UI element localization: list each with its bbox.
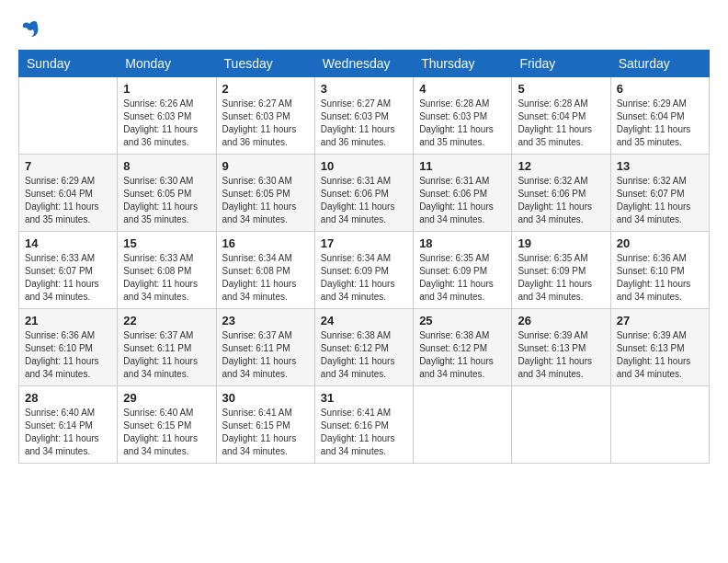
day-info: Sunrise: 6:41 AMSunset: 6:16 PMDaylight:… — [321, 407, 407, 458]
calendar-cell: 9Sunrise: 6:30 AMSunset: 6:05 PMDaylight… — [216, 155, 314, 232]
day-info: Sunrise: 6:38 AMSunset: 6:12 PMDaylight:… — [321, 329, 407, 381]
logo — [18, 18, 40, 40]
day-info: Sunrise: 6:27 AMSunset: 6:03 PMDaylight:… — [222, 98, 309, 149]
calendar-cell: 10Sunrise: 6:31 AMSunset: 6:06 PMDayligh… — [314, 155, 413, 232]
day-info: Sunrise: 6:28 AMSunset: 6:04 PMDaylight:… — [518, 98, 604, 149]
day-info: Sunrise: 6:27 AMSunset: 6:03 PMDaylight:… — [321, 98, 407, 149]
calendar-cell: 7Sunrise: 6:29 AMSunset: 6:04 PMDaylight… — [19, 155, 118, 232]
day-number: 15 — [123, 236, 210, 250]
calendar-cell — [610, 386, 709, 464]
day-number: 17 — [321, 236, 407, 250]
day-info: Sunrise: 6:35 AMSunset: 6:09 PMDaylight:… — [518, 252, 604, 304]
day-number: 18 — [419, 236, 506, 250]
weekday-header-sunday: Sunday — [19, 51, 118, 77]
day-number: 21 — [25, 314, 111, 327]
day-info: Sunrise: 6:37 AMSunset: 6:11 PMDaylight:… — [222, 329, 309, 381]
calendar-cell: 28Sunrise: 6:40 AMSunset: 6:14 PMDayligh… — [19, 386, 118, 464]
day-number: 5 — [518, 82, 604, 96]
day-info: Sunrise: 6:28 AMSunset: 6:03 PMDaylight:… — [419, 98, 506, 149]
day-info: Sunrise: 6:31 AMSunset: 6:06 PMDaylight:… — [321, 175, 407, 226]
day-number: 9 — [222, 159, 309, 173]
calendar-cell: 12Sunrise: 6:32 AMSunset: 6:06 PMDayligh… — [512, 155, 610, 232]
day-number: 19 — [518, 236, 604, 250]
calendar-cell: 19Sunrise: 6:35 AMSunset: 6:09 PMDayligh… — [512, 232, 610, 309]
day-number: 13 — [617, 159, 703, 173]
day-info: Sunrise: 6:31 AMSunset: 6:06 PMDaylight:… — [419, 175, 506, 226]
calendar-cell: 31Sunrise: 6:41 AMSunset: 6:16 PMDayligh… — [314, 386, 413, 464]
day-number: 31 — [321, 391, 407, 405]
calendar-cell: 17Sunrise: 6:34 AMSunset: 6:09 PMDayligh… — [314, 232, 413, 309]
calendar-cell: 5Sunrise: 6:28 AMSunset: 6:04 PMDaylight… — [512, 77, 610, 155]
weekday-header-row: SundayMondayTuesdayWednesdayThursdayFrid… — [19, 51, 710, 77]
logo-bird-icon — [20, 18, 40, 42]
day-info: Sunrise: 6:30 AMSunset: 6:05 PMDaylight:… — [222, 175, 309, 226]
day-number: 14 — [25, 236, 111, 250]
day-number: 27 — [617, 314, 703, 327]
day-info: Sunrise: 6:40 AMSunset: 6:14 PMDaylight:… — [25, 407, 111, 458]
weekday-header-thursday: Thursday — [414, 51, 512, 77]
day-info: Sunrise: 6:26 AMSunset: 6:03 PMDaylight:… — [123, 98, 210, 149]
calendar-week-row: 21Sunrise: 6:36 AMSunset: 6:10 PMDayligh… — [19, 309, 710, 386]
day-number: 10 — [321, 159, 407, 173]
day-info: Sunrise: 6:34 AMSunset: 6:09 PMDaylight:… — [321, 252, 407, 304]
calendar-cell: 29Sunrise: 6:40 AMSunset: 6:15 PMDayligh… — [118, 386, 216, 464]
day-number: 1 — [123, 82, 210, 96]
day-info: Sunrise: 6:29 AMSunset: 6:04 PMDaylight:… — [617, 98, 703, 149]
calendar-week-row: 14Sunrise: 6:33 AMSunset: 6:07 PMDayligh… — [19, 232, 710, 309]
calendar-cell: 26Sunrise: 6:39 AMSunset: 6:13 PMDayligh… — [512, 309, 610, 386]
day-number: 24 — [321, 314, 407, 327]
day-info: Sunrise: 6:41 AMSunset: 6:15 PMDaylight:… — [222, 407, 309, 458]
calendar-cell: 14Sunrise: 6:33 AMSunset: 6:07 PMDayligh… — [19, 232, 118, 309]
calendar-week-row: 1Sunrise: 6:26 AMSunset: 6:03 PMDaylight… — [19, 77, 710, 155]
calendar-cell: 25Sunrise: 6:38 AMSunset: 6:12 PMDayligh… — [414, 309, 512, 386]
weekday-header-saturday: Saturday — [610, 51, 709, 77]
calendar-cell: 13Sunrise: 6:32 AMSunset: 6:07 PMDayligh… — [610, 155, 709, 232]
weekday-header-wednesday: Wednesday — [314, 51, 413, 77]
day-info: Sunrise: 6:40 AMSunset: 6:15 PMDaylight:… — [123, 407, 210, 458]
day-number: 12 — [518, 159, 604, 173]
day-info: Sunrise: 6:29 AMSunset: 6:04 PMDaylight:… — [25, 175, 111, 226]
day-number: 30 — [222, 391, 309, 405]
day-number: 3 — [321, 82, 407, 96]
day-number: 6 — [617, 82, 703, 96]
day-info: Sunrise: 6:33 AMSunset: 6:08 PMDaylight:… — [123, 252, 210, 304]
calendar-cell: 16Sunrise: 6:34 AMSunset: 6:08 PMDayligh… — [216, 232, 314, 309]
day-info: Sunrise: 6:33 AMSunset: 6:07 PMDaylight:… — [25, 252, 111, 304]
calendar-cell: 27Sunrise: 6:39 AMSunset: 6:13 PMDayligh… — [610, 309, 709, 386]
day-number: 29 — [123, 391, 210, 405]
weekday-header-friday: Friday — [512, 51, 610, 77]
day-number: 4 — [419, 82, 506, 96]
day-number: 7 — [25, 159, 111, 173]
day-number: 28 — [25, 391, 111, 405]
day-number: 25 — [419, 314, 506, 327]
day-number: 11 — [419, 159, 506, 173]
day-info: Sunrise: 6:32 AMSunset: 6:07 PMDaylight:… — [617, 175, 703, 226]
day-number: 16 — [222, 236, 309, 250]
day-info: Sunrise: 6:34 AMSunset: 6:08 PMDaylight:… — [222, 252, 309, 304]
day-info: Sunrise: 6:30 AMSunset: 6:05 PMDaylight:… — [123, 175, 210, 226]
day-number: 26 — [518, 314, 604, 327]
day-info: Sunrise: 6:32 AMSunset: 6:06 PMDaylight:… — [518, 175, 604, 226]
calendar-cell: 15Sunrise: 6:33 AMSunset: 6:08 PMDayligh… — [118, 232, 216, 309]
weekday-header-tuesday: Tuesday — [216, 51, 314, 77]
calendar-cell: 11Sunrise: 6:31 AMSunset: 6:06 PMDayligh… — [414, 155, 512, 232]
day-number: 23 — [222, 314, 309, 327]
calendar-cell: 3Sunrise: 6:27 AMSunset: 6:03 PMDaylight… — [314, 77, 413, 155]
calendar-cell: 2Sunrise: 6:27 AMSunset: 6:03 PMDaylight… — [216, 77, 314, 155]
calendar-cell — [19, 77, 118, 155]
calendar-cell: 21Sunrise: 6:36 AMSunset: 6:10 PMDayligh… — [19, 309, 118, 386]
day-info: Sunrise: 6:39 AMSunset: 6:13 PMDaylight:… — [617, 329, 703, 381]
day-info: Sunrise: 6:36 AMSunset: 6:10 PMDaylight:… — [25, 329, 111, 381]
calendar-cell: 8Sunrise: 6:30 AMSunset: 6:05 PMDaylight… — [118, 155, 216, 232]
day-info: Sunrise: 6:38 AMSunset: 6:12 PMDaylight:… — [419, 329, 506, 381]
calendar-week-row: 28Sunrise: 6:40 AMSunset: 6:14 PMDayligh… — [19, 386, 710, 464]
day-number: 8 — [123, 159, 210, 173]
calendar-week-row: 7Sunrise: 6:29 AMSunset: 6:04 PMDaylight… — [19, 155, 710, 232]
day-number: 22 — [123, 314, 210, 327]
page-header — [18, 18, 710, 40]
day-number: 20 — [617, 236, 703, 250]
calendar-table: SundayMondayTuesdayWednesdayThursdayFrid… — [18, 50, 710, 464]
calendar-cell — [512, 386, 610, 464]
calendar-cell: 30Sunrise: 6:41 AMSunset: 6:15 PMDayligh… — [216, 386, 314, 464]
calendar-cell — [414, 386, 512, 464]
